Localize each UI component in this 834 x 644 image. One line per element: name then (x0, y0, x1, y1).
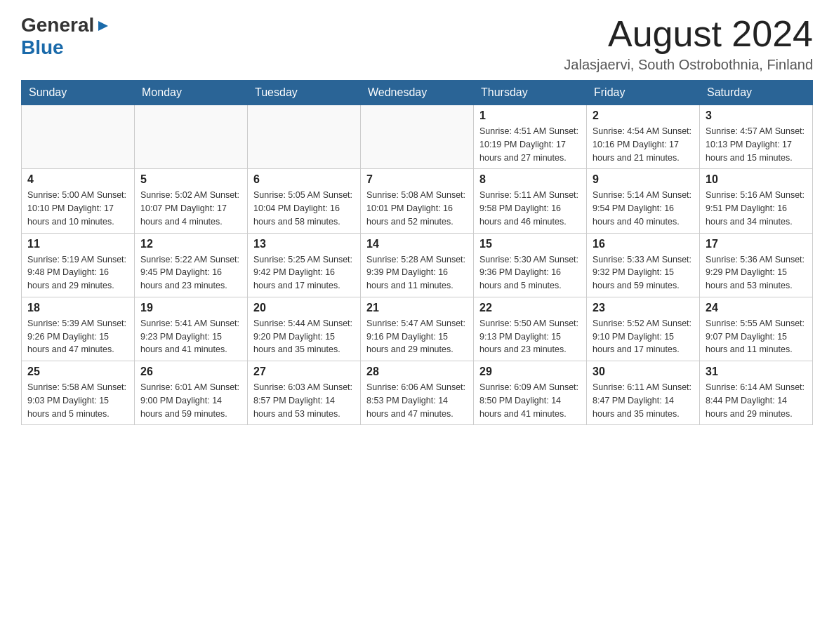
day-info: Sunrise: 4:57 AM Sunset: 10:13 PM Daylig… (706, 125, 807, 164)
table-row: 25Sunrise: 5:58 AM Sunset: 9:03 PM Dayli… (22, 361, 135, 425)
calendar-table: Sunday Monday Tuesday Wednesday Thursday… (21, 80, 813, 425)
day-number: 7 (366, 173, 468, 186)
svg-marker-0 (98, 21, 108, 31)
day-info: Sunrise: 5:00 AM Sunset: 10:10 PM Daylig… (27, 189, 128, 228)
table-row: 14Sunrise: 5:28 AM Sunset: 9:39 PM Dayli… (361, 233, 474, 297)
table-row: 7Sunrise: 5:08 AM Sunset: 10:01 PM Dayli… (361, 169, 474, 233)
table-row (135, 105, 248, 169)
logo-triangle-icon (95, 18, 111, 34)
day-number: 11 (27, 238, 128, 250)
table-row (248, 105, 361, 169)
day-info: Sunrise: 5:39 AM Sunset: 9:26 PM Dayligh… (27, 317, 128, 356)
day-info: Sunrise: 5:25 AM Sunset: 9:42 PM Dayligh… (253, 253, 355, 293)
day-number: 16 (593, 238, 694, 250)
day-number: 30 (593, 365, 694, 378)
day-info: Sunrise: 5:02 AM Sunset: 10:07 PM Daylig… (140, 189, 241, 228)
day-info: Sunrise: 5:55 AM Sunset: 9:07 PM Dayligh… (706, 317, 807, 356)
day-info: Sunrise: 5:22 AM Sunset: 9:45 PM Dayligh… (140, 253, 241, 293)
page-header: General Blue August 2024 Jalasjaervi, So… (21, 14, 813, 73)
table-row: 10Sunrise: 5:16 AM Sunset: 9:51 PM Dayli… (700, 169, 813, 233)
day-number: 28 (366, 365, 468, 378)
day-info: Sunrise: 5:33 AM Sunset: 9:32 PM Dayligh… (593, 253, 694, 293)
table-row: 18Sunrise: 5:39 AM Sunset: 9:26 PM Dayli… (22, 297, 135, 361)
day-number: 2 (593, 109, 694, 122)
table-row: 4Sunrise: 5:00 AM Sunset: 10:10 PM Dayli… (22, 169, 135, 233)
month-title: August 2024 (564, 14, 813, 54)
col-tuesday: Tuesday (248, 81, 361, 105)
day-info: Sunrise: 5:44 AM Sunset: 9:20 PM Dayligh… (253, 317, 355, 356)
day-info: Sunrise: 5:14 AM Sunset: 9:54 PM Dayligh… (593, 189, 694, 228)
table-row: 15Sunrise: 5:30 AM Sunset: 9:36 PM Dayli… (474, 233, 587, 297)
table-row: 22Sunrise: 5:50 AM Sunset: 9:13 PM Dayli… (474, 297, 587, 361)
calendar-week-row: 25Sunrise: 5:58 AM Sunset: 9:03 PM Dayli… (22, 361, 813, 425)
day-number: 5 (140, 173, 241, 186)
day-info: Sunrise: 6:01 AM Sunset: 9:00 PM Dayligh… (140, 381, 241, 420)
table-row: 8Sunrise: 5:11 AM Sunset: 9:58 PM Daylig… (474, 169, 587, 233)
table-row: 26Sunrise: 6:01 AM Sunset: 9:00 PM Dayli… (135, 361, 248, 425)
title-section: August 2024 Jalasjaervi, South Ostroboth… (564, 14, 813, 73)
col-friday: Friday (587, 81, 700, 105)
col-sunday: Sunday (22, 81, 135, 105)
day-info: Sunrise: 5:47 AM Sunset: 9:16 PM Dayligh… (366, 317, 468, 356)
table-row: 12Sunrise: 5:22 AM Sunset: 9:45 PM Dayli… (135, 233, 248, 297)
logo-blue: Blue (21, 36, 64, 58)
calendar-week-row: 18Sunrise: 5:39 AM Sunset: 9:26 PM Dayli… (22, 297, 813, 361)
calendar-week-row: 1Sunrise: 4:51 AM Sunset: 10:19 PM Dayli… (22, 105, 813, 169)
day-number: 27 (253, 365, 355, 378)
day-number: 17 (706, 238, 807, 250)
day-info: Sunrise: 6:03 AM Sunset: 8:57 PM Dayligh… (253, 381, 355, 420)
day-info: Sunrise: 5:16 AM Sunset: 9:51 PM Dayligh… (706, 189, 807, 228)
day-number: 4 (27, 173, 128, 186)
table-row: 1Sunrise: 4:51 AM Sunset: 10:19 PM Dayli… (474, 105, 587, 169)
logo-general: General (21, 14, 94, 36)
table-row: 24Sunrise: 5:55 AM Sunset: 9:07 PM Dayli… (700, 297, 813, 361)
logo: General Blue (21, 14, 111, 59)
day-info: Sunrise: 6:09 AM Sunset: 8:50 PM Dayligh… (479, 381, 581, 420)
day-number: 20 (253, 302, 355, 314)
col-wednesday: Wednesday (361, 81, 474, 105)
col-thursday: Thursday (474, 81, 587, 105)
table-row: 29Sunrise: 6:09 AM Sunset: 8:50 PM Dayli… (474, 361, 587, 425)
table-row: 11Sunrise: 5:19 AM Sunset: 9:48 PM Dayli… (22, 233, 135, 297)
day-info: Sunrise: 5:50 AM Sunset: 9:13 PM Dayligh… (479, 317, 581, 356)
table-row: 19Sunrise: 5:41 AM Sunset: 9:23 PM Dayli… (135, 297, 248, 361)
day-number: 25 (27, 365, 128, 378)
day-number: 14 (366, 238, 468, 250)
table-row: 9Sunrise: 5:14 AM Sunset: 9:54 PM Daylig… (587, 169, 700, 233)
calendar-week-row: 11Sunrise: 5:19 AM Sunset: 9:48 PM Dayli… (22, 233, 813, 297)
table-row: 27Sunrise: 6:03 AM Sunset: 8:57 PM Dayli… (248, 361, 361, 425)
day-number: 15 (479, 238, 581, 250)
day-info: Sunrise: 4:54 AM Sunset: 10:16 PM Daylig… (593, 125, 694, 164)
day-info: Sunrise: 5:08 AM Sunset: 10:01 PM Daylig… (366, 189, 468, 228)
day-number: 6 (253, 173, 355, 186)
day-info: Sunrise: 5:41 AM Sunset: 9:23 PM Dayligh… (140, 317, 241, 356)
day-number: 18 (27, 302, 128, 314)
calendar-week-row: 4Sunrise: 5:00 AM Sunset: 10:10 PM Dayli… (22, 169, 813, 233)
day-number: 1 (479, 109, 581, 122)
day-info: Sunrise: 4:51 AM Sunset: 10:19 PM Daylig… (479, 125, 581, 164)
table-row: 23Sunrise: 5:52 AM Sunset: 9:10 PM Dayli… (587, 297, 700, 361)
day-number: 24 (706, 302, 807, 314)
table-row: 2Sunrise: 4:54 AM Sunset: 10:16 PM Dayli… (587, 105, 700, 169)
day-info: Sunrise: 5:19 AM Sunset: 9:48 PM Dayligh… (27, 253, 128, 293)
day-number: 26 (140, 365, 241, 378)
day-info: Sunrise: 5:05 AM Sunset: 10:04 PM Daylig… (253, 189, 355, 228)
table-row: 13Sunrise: 5:25 AM Sunset: 9:42 PM Dayli… (248, 233, 361, 297)
day-number: 9 (593, 173, 694, 186)
table-row: 31Sunrise: 6:14 AM Sunset: 8:44 PM Dayli… (700, 361, 813, 425)
table-row: 28Sunrise: 6:06 AM Sunset: 8:53 PM Dayli… (361, 361, 474, 425)
calendar-header-row: Sunday Monday Tuesday Wednesday Thursday… (22, 81, 813, 105)
table-row: 17Sunrise: 5:36 AM Sunset: 9:29 PM Dayli… (700, 233, 813, 297)
table-row (22, 105, 135, 169)
table-row: 3Sunrise: 4:57 AM Sunset: 10:13 PM Dayli… (700, 105, 813, 169)
table-row: 30Sunrise: 6:11 AM Sunset: 8:47 PM Dayli… (587, 361, 700, 425)
table-row: 16Sunrise: 5:33 AM Sunset: 9:32 PM Dayli… (587, 233, 700, 297)
day-info: Sunrise: 6:14 AM Sunset: 8:44 PM Dayligh… (706, 381, 807, 420)
day-number: 13 (253, 238, 355, 250)
location-title: Jalasjaervi, South Ostrobothnia, Finland (564, 57, 813, 73)
day-info: Sunrise: 6:11 AM Sunset: 8:47 PM Dayligh… (593, 381, 694, 420)
table-row (361, 105, 474, 169)
day-number: 8 (479, 173, 581, 186)
day-number: 21 (366, 302, 468, 314)
table-row: 20Sunrise: 5:44 AM Sunset: 9:20 PM Dayli… (248, 297, 361, 361)
